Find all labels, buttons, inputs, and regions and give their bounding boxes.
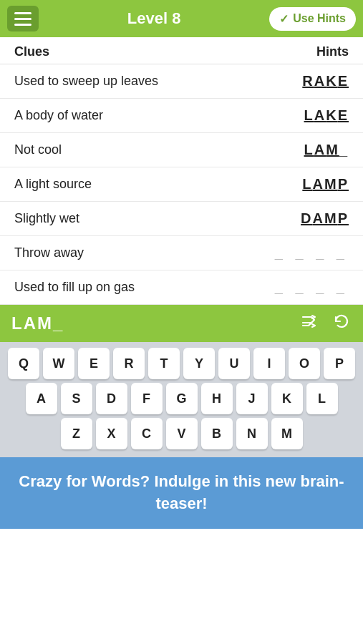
menu-button[interactable]	[7, 6, 39, 31]
key-k[interactable]: K	[271, 383, 303, 414]
keyboard-row-3: ZXCVBNM	[3, 418, 360, 449]
key-j[interactable]: J	[236, 383, 268, 414]
hint-blank: _ _ _ _	[275, 245, 349, 261]
promo-banner: Crazy for Words? Indulge in this new bra…	[0, 457, 363, 529]
key-b[interactable]: B	[201, 418, 233, 449]
key-l[interactable]: L	[306, 383, 338, 414]
keyboard-row-1: QWERTYUIOP	[3, 348, 360, 379]
clue-text: Used to fill up on gas	[14, 280, 135, 295]
hints-label: Use Hints	[293, 12, 346, 25]
keyboard-row-2: ASDFGHJKL	[3, 383, 360, 414]
key-s[interactable]: S	[61, 383, 92, 414]
app-header: Level 8 ✓ Use Hints	[0, 0, 363, 37]
key-d[interactable]: D	[96, 383, 127, 414]
key-t[interactable]: T	[148, 348, 180, 379]
check-icon: ✓	[279, 12, 289, 26]
key-h[interactable]: H	[201, 383, 233, 414]
key-z[interactable]: Z	[61, 418, 92, 449]
clue-row: Slightly wet DAMP	[0, 202, 363, 236]
clue-text: A body of water	[14, 108, 103, 123]
key-p[interactable]: P	[324, 348, 355, 379]
hint-blank: _ _ _ _	[275, 279, 349, 296]
clue-row: A body of water LAKE	[0, 99, 363, 133]
key-n[interactable]: N	[236, 418, 268, 449]
key-g[interactable]: G	[166, 383, 198, 414]
keyboard: QWERTYUIOP ASDFGHJKL ZXCVBNM	[0, 342, 363, 457]
key-v[interactable]: V	[166, 418, 198, 449]
key-y[interactable]: Y	[183, 348, 215, 379]
banner-text: Crazy for Words? Indulge in this new bra…	[14, 471, 349, 515]
clue-row: Throw away _ _ _ _	[0, 236, 363, 270]
input-bar: LAM_	[0, 305, 363, 342]
input-actions	[300, 311, 352, 336]
shuffle-button[interactable]	[300, 311, 320, 336]
hint-answer: LAKE	[277, 107, 349, 124]
clues-header: Clues Hints	[0, 37, 363, 64]
clue-text: Throw away	[14, 245, 84, 260]
clue-row: Used to sweep up leaves RAKE	[0, 64, 363, 99]
key-f[interactable]: F	[131, 383, 163, 414]
clue-row: A light source LAMP	[0, 167, 363, 202]
key-x[interactable]: X	[96, 418, 127, 449]
key-o[interactable]: O	[289, 348, 320, 379]
key-c[interactable]: C	[131, 418, 163, 449]
hint-answer: LAM_	[277, 142, 349, 158]
clue-text: Not cool	[14, 142, 62, 157]
key-q[interactable]: Q	[8, 348, 39, 379]
key-e[interactable]: E	[78, 348, 110, 379]
clue-row: Not cool LAM_	[0, 133, 363, 167]
clue-text: Slightly wet	[14, 211, 79, 226]
clue-text: Used to sweep up leaves	[14, 74, 158, 89]
clue-row: Used to fill up on gas _ _ _ _	[0, 270, 363, 305]
key-u[interactable]: U	[218, 348, 250, 379]
key-w[interactable]: W	[43, 348, 74, 379]
clues-column-header: Clues	[14, 44, 49, 59]
hint-answer: RAKE	[277, 73, 349, 89]
level-title: Level 8	[127, 9, 181, 28]
key-i[interactable]: I	[253, 348, 285, 379]
clues-section: Clues Hints Used to sweep up leaves RAKE…	[0, 37, 363, 305]
clue-text: A light source	[14, 177, 92, 192]
refresh-button[interactable]	[331, 311, 352, 336]
use-hints-button[interactable]: ✓ Use Hints	[269, 7, 356, 31]
key-a[interactable]: A	[26, 383, 57, 414]
hint-answer: DAMP	[277, 210, 349, 227]
hints-column-header: Hints	[316, 44, 349, 59]
hint-answer: LAMP	[277, 176, 349, 192]
key-m[interactable]: M	[271, 418, 303, 449]
key-r[interactable]: R	[113, 348, 145, 379]
current-input: LAM_	[11, 313, 64, 333]
